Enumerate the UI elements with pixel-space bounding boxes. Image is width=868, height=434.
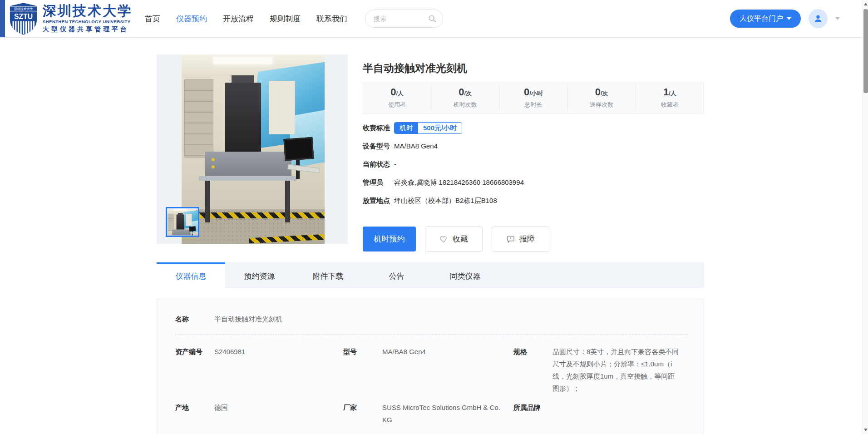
platform-subtitle: 大型仪器共享管理平台: [43, 25, 133, 34]
stat-value: 0: [595, 86, 601, 98]
stat-label: 机时次数: [431, 101, 499, 109]
info-value: SUSS MicroTec Solutions GmbH & Co. KG: [382, 401, 507, 426]
cleanroom-photo-scene: [182, 54, 325, 244]
stat-unit: /次: [601, 90, 608, 97]
instrument-info-card: 名称 半自动接触对准光刻机 资产编号 S2406981 型号 MA/BA8 Ge…: [157, 299, 704, 434]
info-cell-origin: 产地 德国: [175, 401, 343, 426]
nav-item-home[interactable]: 首页: [144, 11, 161, 27]
stat-unit: /人: [669, 90, 676, 97]
admin-row: 管理员 容炎森,冀晓博 18218426360 18666803994: [363, 177, 704, 188]
equipment-summary: 半自动接触对准光刻机 0/人 使用者 0/次 机时次数 0/小时 总时长 0/次…: [363, 54, 704, 252]
user-icon: [813, 14, 823, 24]
reserve-button[interactable]: 机时预约: [363, 227, 416, 252]
tab-reservation-resources[interactable]: 预约资源: [225, 262, 294, 288]
stat-users: 0/人 使用者: [363, 84, 431, 111]
detail-tabs: 仪器信息 预约资源 附件下载 公告 同类仪器: [157, 262, 704, 288]
stat-value: 0: [459, 86, 464, 98]
action-buttons: 机时预约 收藏 报障: [363, 227, 704, 252]
info-label: 产地: [175, 401, 211, 414]
tab-instrument-info[interactable]: 仪器信息: [157, 262, 225, 288]
stat-label: 送样次数: [568, 101, 636, 109]
nav-item-contact-us[interactable]: 联系我们: [316, 11, 348, 27]
info-cell-brand: 所属品牌: [513, 401, 688, 426]
caret-down-icon: [787, 17, 791, 20]
stat-favorites: 1/人 收藏者: [636, 84, 704, 111]
stat-unit: /次: [464, 90, 472, 97]
tab-attachments[interactable]: 附件下载: [294, 262, 362, 288]
stat-value: 0: [390, 86, 396, 98]
equipment-photo: [182, 54, 325, 244]
stat-value: 1: [663, 86, 669, 98]
info-label: 名称: [175, 313, 211, 325]
user-avatar[interactable]: [809, 9, 828, 28]
stat-total-hours: 0/小时 总时长: [499, 84, 567, 111]
info-value: 半自动接触对准光刻机: [214, 313, 282, 325]
field-label: 当前状态: [363, 158, 394, 170]
favorite-button[interactable]: 收藏: [425, 227, 483, 252]
heart-icon: [439, 235, 449, 244]
report-button-label: 报障: [519, 234, 535, 244]
page-title: 半自动接触对准光刻机: [363, 61, 704, 75]
stat-label: 总时长: [499, 101, 567, 109]
equipment-gallery: [157, 54, 348, 244]
sztu-shield-icon: 深圳技术大学 SZTU: [9, 2, 38, 35]
field-value: -: [394, 158, 396, 170]
svg-text:SZTU: SZTU: [14, 12, 33, 20]
portal-button-label: 大仪平台门户: [740, 14, 783, 24]
info-value: 德国: [214, 401, 228, 414]
info-label: 资产编号: [175, 345, 211, 358]
scroll-down-icon[interactable]: [863, 427, 868, 433]
top-section: 半自动接触对准光刻机 0/人 使用者 0/次 机时次数 0/小时 总时长 0/次…: [157, 54, 704, 252]
stat-unit: /小时: [529, 90, 543, 97]
vertical-scrollbar[interactable]: [863, 0, 868, 434]
tab-similar-instruments[interactable]: 同类仪器: [431, 262, 499, 288]
avatar-caret-icon[interactable]: [835, 17, 840, 20]
nav-item-instrument-reservation[interactable]: 仪器预约: [175, 11, 208, 27]
stat-machine-sessions: 0/次 机时次数: [431, 84, 499, 111]
portal-button[interactable]: 大仪平台门户: [730, 10, 801, 28]
stat-label: 收藏者: [636, 101, 704, 109]
fault-report-icon: [506, 235, 515, 244]
search-box: [365, 10, 443, 28]
fee-label: 收费标准: [363, 122, 394, 134]
info-value: MA/BA8 Gen4: [382, 345, 426, 358]
field-value: MA/BA8 Gen4: [394, 140, 438, 152]
photo-thumbnail-image: [167, 208, 198, 237]
equipment-detail-page: 半自动接触对准光刻机 0/人 使用者 0/次 机时次数 0/小时 总时长 0/次…: [0, 38, 704, 434]
fee-row: 收费标准 机时 500元/小时: [363, 122, 704, 134]
logo-text: 深圳技术大学 SHENZHEN TECHNOLOGY UNIVERSITY 大型…: [43, 4, 133, 34]
info-value: S2406981: [214, 345, 245, 358]
university-logo[interactable]: 深圳技术大学 SZTU 深圳技术大学 SHENZHEN TECHNOLOGY U…: [9, 2, 133, 35]
scrollbar-thumb[interactable]: [863, 9, 868, 93]
field-value: 容炎森,冀晓博 18218426360 18666803994: [394, 177, 524, 188]
info-cell-asset-number: 资产编号 S2406981: [175, 345, 343, 395]
search-icon[interactable]: [428, 14, 437, 23]
tab-announcements[interactable]: 公告: [362, 262, 431, 288]
main-nav: 首页 仪器预约 开放流程 规则制度 联系我们: [144, 11, 348, 27]
university-name-cn: 深圳技术大学: [43, 4, 133, 18]
stat-sample-sessions: 0/次 送样次数: [568, 84, 636, 111]
photo-thumbnail[interactable]: [166, 207, 199, 237]
stats-bar: 0/人 使用者 0/次 机时次数 0/小时 总时长 0/次 送样次数 1/人: [363, 82, 704, 113]
info-row-asset: 资产编号 S2406981 型号 MA/BA8 Gen4 规格 晶圆尺寸：8英寸…: [175, 345, 688, 395]
university-name-en: SHENZHEN TECHNOLOGY UNIVERSITY: [43, 19, 133, 24]
info-label: 规格: [513, 345, 549, 358]
fee-price: 500元/小时: [418, 123, 462, 133]
field-value: 坪山校区（校本部）B2栋1层B108: [394, 195, 497, 207]
fee-type: 机时: [395, 123, 418, 133]
info-cell-name: 名称 半自动接触对准光刻机: [175, 313, 688, 325]
nav-item-open-process[interactable]: 开放流程: [222, 11, 255, 27]
nav-item-rules[interactable]: 规则制度: [269, 11, 301, 27]
location-row: 放置地点 坪山校区（校本部）B2栋1层B108: [363, 195, 704, 207]
header: 深圳技术大学 SZTU 深圳技术大学 SHENZHEN TECHNOLOGY U…: [0, 0, 868, 38]
info-row-origin: 产地 德国 厂家 SUSS MicroTec Solutions GmbH & …: [175, 401, 688, 426]
scroll-up-icon[interactable]: [863, 1, 868, 7]
cleanroom-photo-scene: [167, 208, 198, 237]
field-label: 管理员: [363, 177, 394, 188]
info-label: 型号: [343, 345, 379, 358]
info-row-name: 名称 半自动接触对准光刻机: [175, 313, 688, 325]
field-label: 设备型号: [363, 140, 394, 152]
report-fault-button[interactable]: 报障: [492, 227, 549, 252]
info-cell-manufacturer: 厂家 SUSS MicroTec Solutions GmbH & Co. KG: [343, 401, 513, 426]
dashed-divider: [175, 334, 688, 335]
